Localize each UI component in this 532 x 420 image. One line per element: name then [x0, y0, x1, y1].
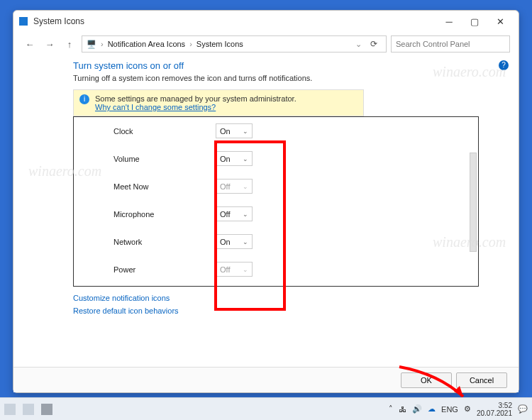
table-row: Microphone Off⌄ — [74, 200, 471, 228]
chevron-down-icon: ⌄ — [243, 266, 248, 273]
system-icons-window: System Icons ─ ▢ ✕ ← → ↑ 🖥️ › Notificati… — [13, 10, 519, 393]
table-row: Clock On⌄ — [74, 117, 471, 145]
taskbar-app-icon[interactable] — [4, 404, 16, 415]
row-label: Volume — [74, 155, 216, 163]
search-input[interactable]: Search Control Panel — [391, 35, 510, 52]
dialog-footer: OK Cancel — [13, 367, 519, 392]
table-row: Meet Now Off⌄ — [74, 172, 471, 200]
tray-clock[interactable]: 3:52 20.07.2021 — [477, 402, 512, 417]
microphone-dropdown[interactable]: Off⌄ — [216, 206, 253, 221]
page-subtitle: Turning off a system icon removes the ic… — [73, 74, 479, 82]
banner-text: Some settings are managed by your system… — [95, 94, 297, 103]
tray-language[interactable]: ENG — [441, 405, 458, 414]
banner-link[interactable]: Why can't I change some settings? — [95, 103, 216, 111]
back-button[interactable]: ← — [22, 36, 38, 52]
tray-notifications-icon[interactable]: 💬 — [518, 404, 528, 414]
taskbar: ˄ 🖧 🔊 ☁ ENG ⚙ 3:52 20.07.2021 💬 — [0, 397, 532, 420]
volume-dropdown[interactable]: On⌄ — [216, 151, 253, 166]
table-row: Power Off⌄ — [74, 255, 471, 283]
breadcrumb-separator: › — [101, 40, 104, 48]
meet-now-dropdown: Off⌄ — [216, 179, 253, 194]
maximize-button[interactable]: ▢ — [462, 13, 487, 30]
chevron-down-icon: ⌄ — [243, 211, 248, 218]
power-dropdown: Off⌄ — [216, 262, 253, 277]
network-dropdown[interactable]: On⌄ — [216, 234, 253, 249]
admin-banner: i Some settings are managed by your syst… — [73, 89, 364, 116]
restore-link[interactable]: Restore default icon behaviors — [73, 306, 479, 315]
tray-volume-icon[interactable]: 🔊 — [412, 404, 422, 414]
clock-dropdown[interactable]: On⌄ — [216, 123, 253, 138]
row-label: Network — [74, 238, 216, 246]
info-icon: i — [79, 94, 89, 104]
table-scrollbar[interactable] — [470, 153, 477, 252]
address-dropdown-icon[interactable]: ⌄ — [355, 40, 362, 49]
breadcrumb-separator: › — [189, 40, 192, 48]
tray-chevron-icon[interactable]: ˄ — [389, 404, 393, 414]
content-area: Turn system icons on or off Turning off … — [13, 56, 519, 315]
links-section: Customize notification icons Restore def… — [73, 294, 479, 315]
table-row: Volume On⌄ — [74, 145, 471, 172]
gear-icon[interactable] — [41, 404, 52, 415]
up-button[interactable]: ↑ — [62, 36, 77, 52]
chevron-down-icon: ⌄ — [243, 155, 248, 162]
window-title: System Icons — [33, 16, 436, 26]
tray-settings-icon[interactable]: ⚙ — [464, 404, 471, 414]
nav-toolbar: ← → ↑ 🖥️ › Notification Area Icons › Sys… — [13, 32, 519, 56]
tray-onedrive-icon[interactable]: ☁ — [428, 404, 436, 414]
breadcrumb-home-icon: 🖥️ — [87, 40, 96, 49]
chevron-down-icon: ⌄ — [243, 183, 248, 190]
row-label: Meet Now — [74, 182, 216, 191]
row-label: Microphone — [74, 210, 216, 219]
tray-network-icon[interactable]: 🖧 — [399, 405, 406, 414]
forward-button[interactable]: → — [42, 36, 57, 52]
breadcrumb-item-1[interactable]: Notification Area Icons — [108, 40, 185, 48]
chevron-down-icon: ⌄ — [243, 238, 248, 245]
icons-table: Clock On⌄ Volume On⌄ Meet Now Off⌄ Micro… — [73, 116, 479, 287]
row-label: Power — [74, 265, 216, 274]
refresh-button[interactable]: ⟳ — [366, 39, 382, 49]
row-label: Clock — [74, 127, 216, 136]
close-button[interactable]: ✕ — [487, 13, 513, 30]
chevron-down-icon: ⌄ — [243, 128, 248, 135]
window-icon — [19, 17, 28, 26]
table-row: Network On⌄ — [74, 228, 471, 255]
minimize-button[interactable]: ─ — [436, 13, 462, 30]
taskbar-app-icon[interactable] — [23, 404, 34, 415]
page-title: Turn system icons on or off — [73, 60, 479, 71]
cancel-button[interactable]: Cancel — [456, 372, 507, 388]
titlebar: System Icons ─ ▢ ✕ — [13, 11, 519, 32]
address-bar[interactable]: 🖥️ › Notification Area Icons › System Ic… — [82, 35, 387, 52]
search-placeholder: Search Control Panel — [396, 40, 470, 48]
breadcrumb-item-2[interactable]: System Icons — [196, 40, 243, 48]
customize-link[interactable]: Customize notification icons — [73, 294, 479, 302]
help-icon[interactable]: ? — [499, 60, 509, 70]
ok-button[interactable]: OK — [401, 372, 452, 388]
